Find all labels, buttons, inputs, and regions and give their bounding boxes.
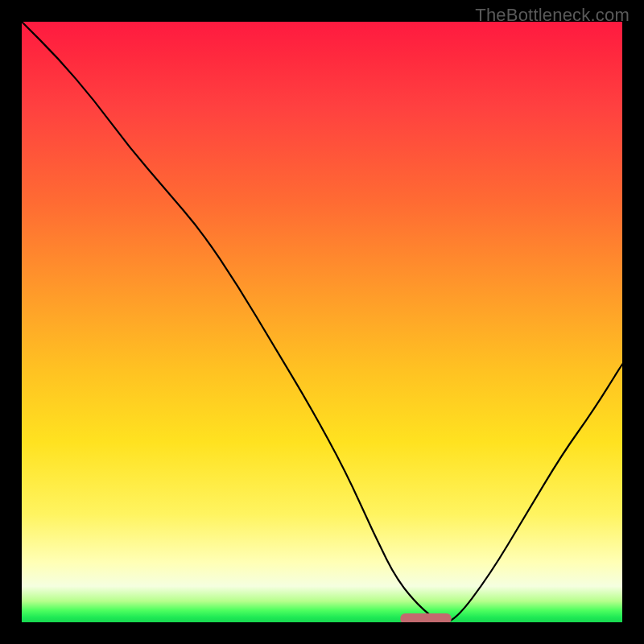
- image-frame: TheBottleneck.com: [0, 0, 644, 644]
- plot-area: [22, 22, 622, 622]
- background-gradient: [22, 22, 622, 622]
